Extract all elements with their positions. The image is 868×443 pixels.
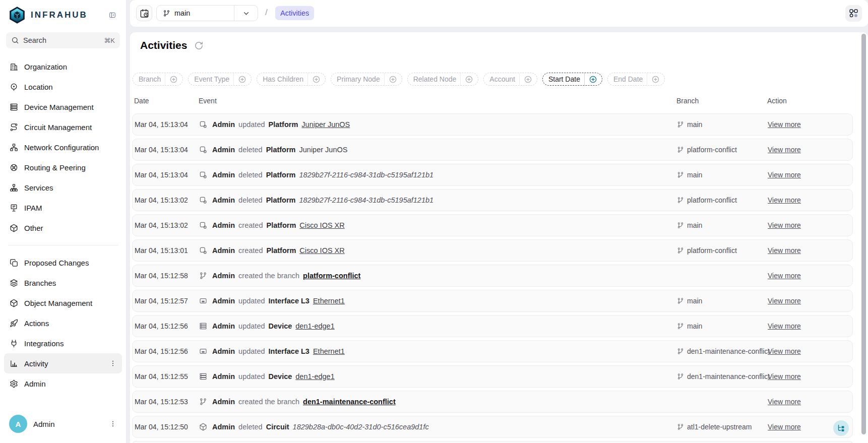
view-more-link[interactable]: View more: [768, 196, 801, 204]
sidebar-item-routing-peering[interactable]: Routing & Peering: [4, 157, 122, 177]
view-more-link[interactable]: View more: [768, 398, 801, 406]
graph-view-button[interactable]: [845, 5, 862, 22]
event-object-name[interactable]: den1-edge1: [295, 372, 334, 381]
circle-plus-icon[interactable]: [312, 75, 321, 84]
view-more-link[interactable]: View more: [768, 146, 801, 154]
circle-plus-icon[interactable]: [589, 75, 597, 84]
tree-widget-button[interactable]: [833, 420, 849, 436]
table-row: Mar 04, 15:13:04AdminupdatedPlatformJuni…: [132, 113, 853, 136]
event-actor: Admin: [212, 221, 235, 229]
view-more-link[interactable]: View more: [768, 120, 801, 129]
branch-name: main: [687, 297, 702, 305]
filter-divider: [384, 73, 385, 85]
event-object-type: Circuit: [266, 423, 289, 431]
event-object-name[interactable]: Cisco IOS XR: [299, 246, 344, 255]
circle-plus-icon[interactable]: [524, 75, 532, 84]
event-actor: Admin: [212, 272, 235, 280]
column-header-date: Date: [134, 97, 199, 105]
sidebar-item-organization[interactable]: Organization: [4, 56, 122, 77]
view-more-link[interactable]: View more: [768, 272, 801, 280]
circle-plus-icon[interactable]: [465, 75, 473, 84]
time-filter-button[interactable]: [136, 5, 152, 21]
event-verb: updated: [238, 322, 265, 330]
interface-icon: [199, 297, 207, 305]
sidebar-item-location[interactable]: Location: [4, 77, 122, 97]
view-more-link[interactable]: View more: [768, 423, 801, 431]
row-action: View more: [768, 372, 852, 381]
breadcrumb-separator: /: [265, 8, 268, 18]
event-actor: Admin: [212, 120, 235, 129]
chevron-down-icon[interactable]: [234, 9, 258, 18]
sidebar-item-branches[interactable]: Branches: [4, 273, 122, 293]
event-object-name[interactable]: Ethernet1: [313, 347, 345, 355]
event-actor: Admin: [212, 398, 235, 406]
filter-related-node[interactable]: Related Node: [407, 73, 479, 86]
sidebar-item-activity[interactable]: Activity: [4, 353, 122, 373]
sidebar-item-ipam[interactable]: IPIPAM: [4, 198, 122, 218]
filter-divider: [233, 73, 234, 85]
branch-selector[interactable]: main: [156, 5, 258, 21]
view-more-link[interactable]: View more: [768, 372, 801, 381]
view-more-link[interactable]: View more: [768, 221, 801, 229]
filter-has-children[interactable]: Has Children: [257, 73, 326, 86]
server-icon: [199, 372, 207, 381]
event-object-name[interactable]: Juniper JunOS: [301, 120, 350, 129]
row-branch: main: [677, 322, 768, 330]
sidebar-item-integrations[interactable]: Integrations: [4, 333, 122, 353]
circle-plus-icon[interactable]: [389, 75, 397, 84]
sidebar-item-admin[interactable]: Admin: [4, 373, 122, 394]
sidebar-item-network-configuration[interactable]: Network Configuration: [4, 137, 122, 157]
gear-icon: [9, 379, 18, 388]
filter-primary-node[interactable]: Primary Node: [331, 73, 402, 86]
panel-collapse-icon[interactable]: [106, 9, 119, 22]
row-action: View more: [768, 120, 852, 129]
circle-plus-icon[interactable]: [651, 75, 660, 84]
sidebar-item-services[interactable]: Services: [4, 177, 122, 198]
user-menu[interactable]: A Admin: [4, 412, 122, 436]
sidebar-item-actions[interactable]: Actions: [4, 313, 122, 333]
filter-label: Account: [489, 75, 515, 83]
branch-name: platform-conflict: [687, 246, 737, 255]
sidebar-item-proposed-changes[interactable]: Proposed Changes: [4, 252, 122, 273]
filter-event-type[interactable]: Event Type: [188, 73, 252, 86]
sidebar-item-object-management[interactable]: Object Management: [4, 293, 122, 313]
view-more-link[interactable]: View more: [768, 246, 801, 255]
view-more-link[interactable]: View more: [768, 322, 801, 330]
item-menu-kebab-icon[interactable]: [109, 359, 117, 367]
sidebar-item-device-management[interactable]: Device Management: [4, 97, 122, 117]
event-object-type: Platform: [269, 120, 298, 129]
view-more-link[interactable]: View more: [768, 347, 801, 355]
filter-label: End Date: [613, 75, 643, 83]
event-object-name[interactable]: platform-conflict: [303, 272, 360, 280]
event-object-name[interactable]: Cisco IOS XR: [299, 221, 344, 229]
circle-plus-icon[interactable]: [238, 75, 246, 84]
cube-icon: [199, 423, 207, 431]
layers-icon: [9, 279, 18, 287]
filter-end-date[interactable]: End Date: [607, 73, 665, 86]
git-branch-icon: [677, 348, 684, 355]
breadcrumb-activities[interactable]: Activities: [275, 6, 314, 20]
sidebar-item-label: IPAM: [24, 204, 117, 212]
git-branch-icon: [677, 323, 684, 330]
event-object-name[interactable]: den1-edge1: [295, 322, 334, 330]
vertical-scrollbar[interactable]: [861, 34, 866, 434]
platform-icon: [199, 171, 207, 179]
branch-selector-value: main: [174, 9, 234, 17]
row-event: AdmindeletedPlatformJuniper JunOS: [199, 146, 677, 154]
event-object-name[interactable]: den1-maintenance-conflict: [303, 398, 396, 406]
view-more-link[interactable]: View more: [768, 297, 801, 305]
sidebar-item-label: Actions: [24, 319, 117, 328]
refresh-icon[interactable]: [193, 40, 205, 51]
table-row: Mar 04, 15:12:57AdminupdatedInterface L3…: [132, 290, 853, 312]
filter-branch[interactable]: Branch: [133, 73, 183, 86]
sidebar-item-other[interactable]: Other: [4, 218, 122, 238]
user-kebab-icon[interactable]: [109, 420, 117, 428]
filter-account[interactable]: Account: [483, 73, 537, 86]
filter-start-date[interactable]: Start Date: [542, 73, 602, 86]
event-object-name[interactable]: Ethernet1: [313, 297, 345, 305]
sidebar-item-circuit-management[interactable]: Circuit Management: [4, 117, 122, 137]
search-input[interactable]: Search ⌘K: [6, 32, 120, 48]
circle-plus-icon[interactable]: [169, 75, 178, 84]
view-more-link[interactable]: View more: [768, 171, 801, 179]
row-branch: main: [677, 171, 768, 179]
